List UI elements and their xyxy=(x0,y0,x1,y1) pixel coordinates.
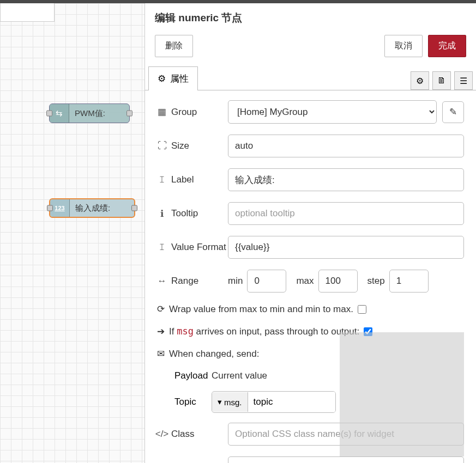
node-port-out[interactable] xyxy=(131,205,137,211)
topic-input[interactable] xyxy=(248,392,335,412)
row-group: ▦Group [Home] MyGroup ✎ xyxy=(157,100,464,124)
cancel-button[interactable]: 取消 xyxy=(384,35,423,57)
row-wrap: ⟳ Wrap value from max to min and min to … xyxy=(157,303,464,315)
node-port-in[interactable] xyxy=(46,111,52,117)
node-settings-button[interactable]: ⚙ xyxy=(411,71,429,90)
pencil-icon: ✎ xyxy=(449,106,457,118)
envelope-icon: ✉ xyxy=(157,348,165,360)
info-icon: ℹ xyxy=(157,208,167,220)
size-input[interactable] xyxy=(228,135,464,157)
chevron-down-icon[interactable]: ▾ xyxy=(218,397,222,407)
panel-title: 编辑 numeric 节点 xyxy=(145,3,476,31)
numeric-icon: 123 xyxy=(50,199,70,217)
range-step-input[interactable] xyxy=(389,270,429,293)
edit-group-button[interactable]: ✎ xyxy=(442,101,464,123)
file-icon: 🗎 xyxy=(437,76,446,86)
wrap-checkbox[interactable] xyxy=(358,305,366,314)
gear-icon: ⚙ xyxy=(416,76,424,86)
edit-panel: 编辑 numeric 节点 删除 取消 完成 ⚙ 属性 ⚙ 🗎 ☰ ▦Group… xyxy=(144,3,476,463)
node-label: 输入成绩: xyxy=(70,203,110,214)
refresh-icon: ⟳ xyxy=(157,303,165,315)
node-port-in[interactable] xyxy=(47,205,53,211)
done-button[interactable]: 完成 xyxy=(428,35,466,57)
row-name: 🏷Name xyxy=(157,456,464,463)
label-input[interactable] xyxy=(228,168,464,191)
row-size: ⛶Size xyxy=(157,135,464,157)
cursor-icon: 𝙸 xyxy=(157,242,167,253)
row-label: 𝙸Label xyxy=(157,168,464,191)
resize-icon: ⛶ xyxy=(157,141,167,151)
gear-icon: ⚙ xyxy=(158,73,166,84)
list-icon: ☰ xyxy=(460,76,467,86)
node-pwm[interactable]: ⇆ PWM值: xyxy=(49,103,130,123)
name-input[interactable] xyxy=(228,456,464,463)
range-min-input[interactable] xyxy=(247,270,286,293)
group-select[interactable]: [Home] MyGroup xyxy=(228,100,437,124)
flow-canvas[interactable]: ⇆ PWM值: 123 输入成绩: xyxy=(0,3,144,463)
row-value-format: 𝙸Value Format xyxy=(157,236,464,259)
panel-tabs: ⚙ 属性 ⚙ 🗎 ☰ xyxy=(145,66,476,90)
tooltip-input[interactable] xyxy=(228,202,464,225)
arrow-right-icon: ➔ xyxy=(157,326,165,337)
node-numeric-selected[interactable]: 123 输入成绩: xyxy=(49,198,135,218)
node-label: PWM值: xyxy=(69,108,105,119)
cursor-icon: 𝙸 xyxy=(157,174,167,185)
tab-label: 属性 xyxy=(170,72,189,85)
qr-overlay xyxy=(340,332,464,456)
slider-icon: ⇆ xyxy=(50,104,69,123)
node-port-out[interactable] xyxy=(126,111,132,117)
row-tooltip: ℹTooltip xyxy=(157,202,464,225)
arrows-icon: ↔ xyxy=(157,276,167,287)
code-icon: </> xyxy=(157,429,167,440)
range-max-input[interactable] xyxy=(318,270,358,293)
topic-field[interactable]: ▾msg. xyxy=(212,391,336,413)
row-range: ↔Range min max step xyxy=(157,270,464,293)
tab-properties[interactable]: ⚙ 属性 xyxy=(148,66,198,90)
node-info-button[interactable]: ☰ xyxy=(454,71,473,90)
flow-tab-stub[interactable] xyxy=(0,3,55,22)
value-format-input[interactable] xyxy=(228,236,464,259)
table-icon: ▦ xyxy=(157,106,167,118)
delete-button[interactable]: 删除 xyxy=(155,35,193,57)
node-help-button[interactable]: 🗎 xyxy=(432,71,451,90)
